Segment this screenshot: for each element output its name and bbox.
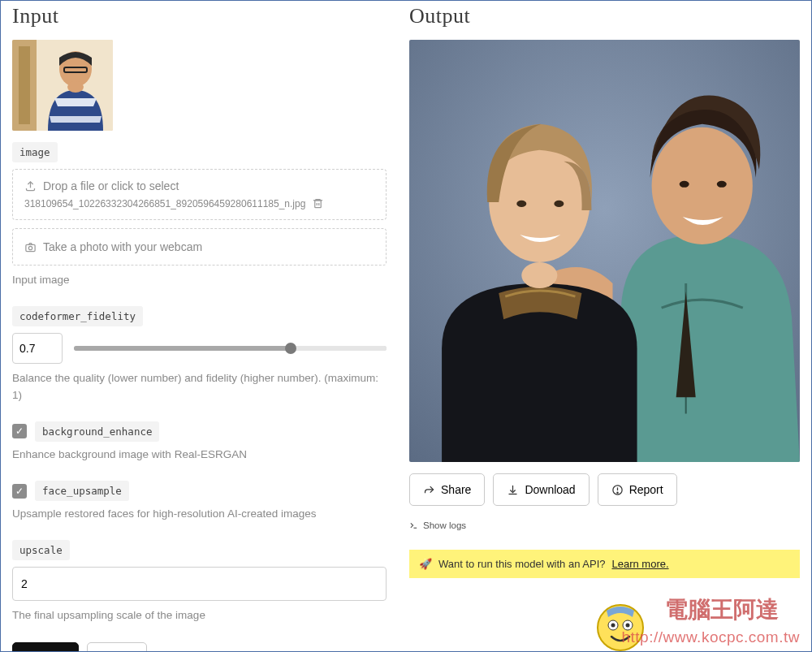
watermark-url: http://www.kocpc.com.tw [621, 628, 800, 646]
dropzone-text: Drop a file or click to select [43, 179, 179, 192]
upload-icon [24, 180, 37, 192]
webcam-button[interactable]: Take a photo with your webcam [12, 228, 387, 266]
svg-point-12 [680, 181, 689, 188]
terminal-icon [409, 521, 418, 530]
param-label-bg-enhance: background_enhance [35, 421, 159, 442]
input-thumbnail[interactable] [12, 40, 113, 131]
selected-filename: 318109654_10226332304266851_892059645928… [24, 198, 305, 209]
svg-point-22 [611, 624, 615, 628]
camera-icon [24, 241, 37, 253]
output-actions: Share Download Report [409, 473, 800, 506]
api-link[interactable]: Learn more. [611, 558, 668, 570]
trash-icon[interactable] [312, 197, 324, 209]
download-icon [507, 484, 519, 496]
svg-point-16 [554, 201, 564, 207]
svg-point-9 [28, 246, 32, 249]
svg-rect-8 [26, 244, 35, 251]
watermark-logo [592, 599, 649, 652]
input-heading: Input [12, 4, 387, 28]
input-panel: Input image Drop a file or click to sele… [1, 1, 398, 651]
output-heading: Output [409, 4, 800, 28]
svg-point-24 [625, 624, 629, 628]
show-logs-toggle[interactable]: Show logs [409, 520, 800, 530]
svg-rect-7 [315, 201, 322, 208]
fidelity-input[interactable] [12, 333, 63, 364]
alert-icon [611, 484, 624, 496]
face-upsample-checkbox[interactable]: ✓ [12, 484, 27, 499]
face-upsample-helper: Upsample restored faces for high-resolut… [12, 506, 387, 522]
fidelity-slider[interactable] [74, 346, 387, 351]
param-label-fidelity: codeformer_fidelity [12, 306, 143, 326]
param-label-face-upsample: face_upsample [35, 481, 129, 501]
share-button[interactable]: Share [409, 473, 485, 506]
upscale-helper: The final upsampling scale of the image [12, 607, 387, 624]
submit-button[interactable]: Submit [12, 642, 79, 653]
api-banner: 🚀 Want to run this model with an API? Le… [409, 550, 800, 578]
report-button[interactable]: Report [598, 473, 677, 506]
svg-rect-2 [19, 46, 30, 124]
output-image[interactable] [409, 40, 800, 462]
reset-button[interactable]: Reset [87, 642, 148, 653]
bg-enhance-helper: Enhance background image with Real-ESRGA… [12, 447, 387, 463]
svg-point-6 [67, 81, 84, 93]
webcam-text: Take a photo with your webcam [43, 240, 202, 253]
param-label-upscale: upscale [12, 540, 70, 560]
file-dropzone[interactable]: Drop a file or click to select 318109654… [12, 169, 387, 220]
svg-point-19 [617, 492, 618, 493]
rocket-icon: 🚀 [419, 558, 432, 570]
param-label-image: image [12, 142, 58, 162]
output-panel: Output [398, 1, 811, 651]
fidelity-helper: Balance the quality (lower number) and f… [12, 370, 387, 404]
svg-point-15 [516, 201, 526, 207]
watermark-brand: 電腦王阿達 [665, 594, 779, 625]
svg-point-17 [521, 262, 557, 288]
api-text: Want to run this model with an API? [438, 558, 605, 570]
download-button[interactable]: Download [493, 473, 589, 506]
svg-point-11 [652, 127, 753, 244]
svg-point-20 [598, 605, 643, 650]
share-icon [423, 484, 435, 496]
upscale-input[interactable] [12, 567, 387, 601]
image-helper: Input image [12, 272, 387, 288]
svg-point-21 [608, 620, 618, 630]
svg-point-23 [623, 620, 633, 630]
bg-enhance-checkbox[interactable]: ✓ [12, 424, 27, 438]
svg-point-13 [717, 181, 727, 188]
